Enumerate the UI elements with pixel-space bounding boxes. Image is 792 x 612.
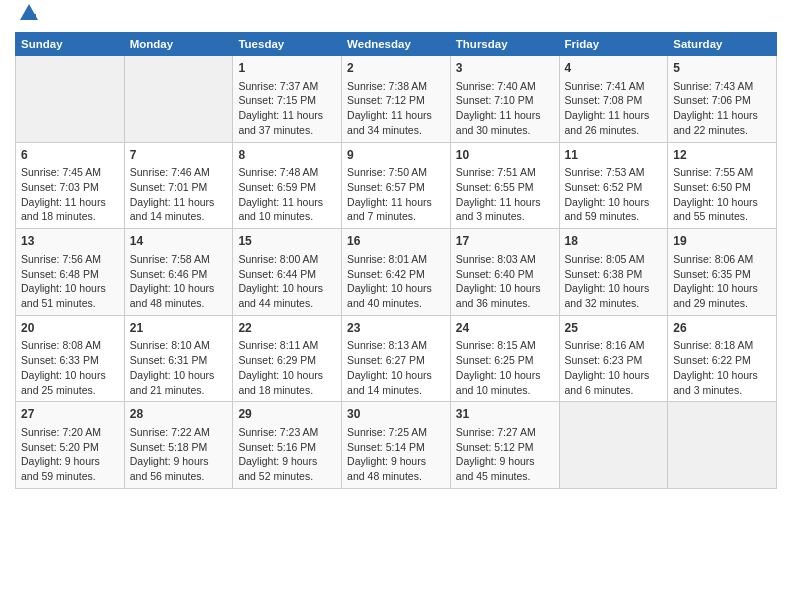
col-header-sunday: Sunday xyxy=(16,33,125,56)
col-header-wednesday: Wednesday xyxy=(342,33,451,56)
calendar-cell: 12Sunrise: 7:55 AMSunset: 6:50 PMDayligh… xyxy=(668,142,777,229)
sunset: Sunset: 7:06 PM xyxy=(673,94,751,106)
sunrise: Sunrise: 8:05 AM xyxy=(565,253,645,265)
logo-icon xyxy=(18,2,40,24)
day-number: 30 xyxy=(347,406,445,423)
day-number: 11 xyxy=(565,147,663,164)
calendar-cell: 30Sunrise: 7:25 AMSunset: 5:14 PMDayligh… xyxy=(342,402,451,489)
daylight: Daylight: 10 hours and 10 minutes. xyxy=(456,369,541,396)
calendar-cell: 21Sunrise: 8:10 AMSunset: 6:31 PMDayligh… xyxy=(124,315,233,402)
daylight: Daylight: 10 hours and 29 minutes. xyxy=(673,282,758,309)
calendar-cell: 8Sunrise: 7:48 AMSunset: 6:59 PMDaylight… xyxy=(233,142,342,229)
daylight: Daylight: 10 hours and 48 minutes. xyxy=(130,282,215,309)
daylight: Daylight: 11 hours and 34 minutes. xyxy=(347,109,432,136)
calendar-cell: 16Sunrise: 8:01 AMSunset: 6:42 PMDayligh… xyxy=(342,229,451,316)
col-header-saturday: Saturday xyxy=(668,33,777,56)
daylight: Daylight: 9 hours and 52 minutes. xyxy=(238,455,317,482)
sunrise: Sunrise: 8:08 AM xyxy=(21,339,101,351)
day-number: 16 xyxy=(347,233,445,250)
sunset: Sunset: 6:44 PM xyxy=(238,268,316,280)
sunset: Sunset: 6:50 PM xyxy=(673,181,751,193)
calendar-cell: 11Sunrise: 7:53 AMSunset: 6:52 PMDayligh… xyxy=(559,142,668,229)
header xyxy=(15,10,777,24)
col-header-monday: Monday xyxy=(124,33,233,56)
sunset: Sunset: 6:59 PM xyxy=(238,181,316,193)
week-row-5: 27Sunrise: 7:20 AMSunset: 5:20 PMDayligh… xyxy=(16,402,777,489)
sunset: Sunset: 6:27 PM xyxy=(347,354,425,366)
day-number: 7 xyxy=(130,147,228,164)
page: SundayMondayTuesdayWednesdayThursdayFrid… xyxy=(0,0,792,499)
calendar-cell: 15Sunrise: 8:00 AMSunset: 6:44 PMDayligh… xyxy=(233,229,342,316)
header-row: SundayMondayTuesdayWednesdayThursdayFrid… xyxy=(16,33,777,56)
sunrise: Sunrise: 8:16 AM xyxy=(565,339,645,351)
day-number: 5 xyxy=(673,60,771,77)
calendar-cell xyxy=(559,402,668,489)
day-number: 22 xyxy=(238,320,336,337)
calendar-table: SundayMondayTuesdayWednesdayThursdayFrid… xyxy=(15,32,777,489)
week-row-4: 20Sunrise: 8:08 AMSunset: 6:33 PMDayligh… xyxy=(16,315,777,402)
daylight: Daylight: 11 hours and 7 minutes. xyxy=(347,196,432,223)
sunset: Sunset: 6:31 PM xyxy=(130,354,208,366)
sunset: Sunset: 5:18 PM xyxy=(130,441,208,453)
calendar-cell xyxy=(668,402,777,489)
calendar-cell: 1Sunrise: 7:37 AMSunset: 7:15 PMDaylight… xyxy=(233,56,342,143)
daylight: Daylight: 11 hours and 3 minutes. xyxy=(456,196,541,223)
daylight: Daylight: 10 hours and 59 minutes. xyxy=(565,196,650,223)
calendar-cell: 20Sunrise: 8:08 AMSunset: 6:33 PMDayligh… xyxy=(16,315,125,402)
calendar-cell: 6Sunrise: 7:45 AMSunset: 7:03 PMDaylight… xyxy=(16,142,125,229)
calendar-cell: 31Sunrise: 7:27 AMSunset: 5:12 PMDayligh… xyxy=(450,402,559,489)
sunrise: Sunrise: 7:20 AM xyxy=(21,426,101,438)
day-number: 6 xyxy=(21,147,119,164)
sunset: Sunset: 5:12 PM xyxy=(456,441,534,453)
sunrise: Sunrise: 7:51 AM xyxy=(456,166,536,178)
svg-rect-1 xyxy=(26,14,36,20)
sunset: Sunset: 7:10 PM xyxy=(456,94,534,106)
sunrise: Sunrise: 7:43 AM xyxy=(673,80,753,92)
daylight: Daylight: 11 hours and 18 minutes. xyxy=(21,196,106,223)
col-header-tuesday: Tuesday xyxy=(233,33,342,56)
sunset: Sunset: 5:20 PM xyxy=(21,441,99,453)
sunrise: Sunrise: 7:22 AM xyxy=(130,426,210,438)
week-row-2: 6Sunrise: 7:45 AMSunset: 7:03 PMDaylight… xyxy=(16,142,777,229)
sunset: Sunset: 6:55 PM xyxy=(456,181,534,193)
sunrise: Sunrise: 7:53 AM xyxy=(565,166,645,178)
day-number: 25 xyxy=(565,320,663,337)
week-row-1: 1Sunrise: 7:37 AMSunset: 7:15 PMDaylight… xyxy=(16,56,777,143)
calendar-cell: 9Sunrise: 7:50 AMSunset: 6:57 PMDaylight… xyxy=(342,142,451,229)
daylight: Daylight: 11 hours and 22 minutes. xyxy=(673,109,758,136)
daylight: Daylight: 10 hours and 55 minutes. xyxy=(673,196,758,223)
daylight: Daylight: 10 hours and 51 minutes. xyxy=(21,282,106,309)
day-number: 3 xyxy=(456,60,554,77)
calendar-cell: 5Sunrise: 7:43 AMSunset: 7:06 PMDaylight… xyxy=(668,56,777,143)
day-number: 29 xyxy=(238,406,336,423)
daylight: Daylight: 10 hours and 18 minutes. xyxy=(238,369,323,396)
sunrise: Sunrise: 7:25 AM xyxy=(347,426,427,438)
daylight: Daylight: 11 hours and 30 minutes. xyxy=(456,109,541,136)
sunrise: Sunrise: 7:46 AM xyxy=(130,166,210,178)
sunset: Sunset: 5:16 PM xyxy=(238,441,316,453)
day-number: 15 xyxy=(238,233,336,250)
sunset: Sunset: 6:25 PM xyxy=(456,354,534,366)
sunrise: Sunrise: 8:13 AM xyxy=(347,339,427,351)
day-number: 28 xyxy=(130,406,228,423)
daylight: Daylight: 10 hours and 6 minutes. xyxy=(565,369,650,396)
sunset: Sunset: 7:03 PM xyxy=(21,181,99,193)
logo xyxy=(15,10,40,24)
sunset: Sunset: 6:29 PM xyxy=(238,354,316,366)
sunset: Sunset: 7:12 PM xyxy=(347,94,425,106)
sunset: Sunset: 5:14 PM xyxy=(347,441,425,453)
day-number: 8 xyxy=(238,147,336,164)
daylight: Daylight: 11 hours and 14 minutes. xyxy=(130,196,215,223)
day-number: 14 xyxy=(130,233,228,250)
sunset: Sunset: 7:15 PM xyxy=(238,94,316,106)
sunset: Sunset: 6:33 PM xyxy=(21,354,99,366)
sunrise: Sunrise: 8:00 AM xyxy=(238,253,318,265)
sunset: Sunset: 6:48 PM xyxy=(21,268,99,280)
day-number: 27 xyxy=(21,406,119,423)
calendar-cell: 24Sunrise: 8:15 AMSunset: 6:25 PMDayligh… xyxy=(450,315,559,402)
col-header-thursday: Thursday xyxy=(450,33,559,56)
calendar-cell: 4Sunrise: 7:41 AMSunset: 7:08 PMDaylight… xyxy=(559,56,668,143)
calendar-cell: 22Sunrise: 8:11 AMSunset: 6:29 PMDayligh… xyxy=(233,315,342,402)
day-number: 20 xyxy=(21,320,119,337)
sunrise: Sunrise: 7:37 AM xyxy=(238,80,318,92)
